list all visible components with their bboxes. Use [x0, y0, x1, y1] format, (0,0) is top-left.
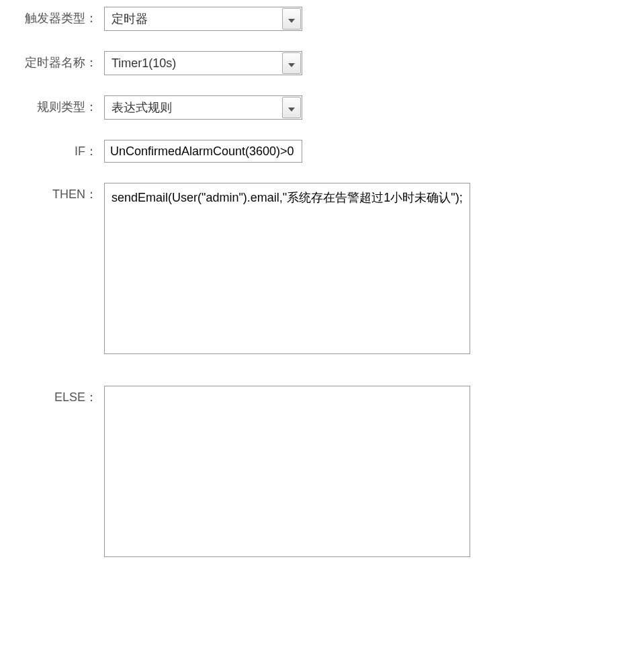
rule-type-row: 规则类型： 表达式规则 — [7, 95, 611, 120]
rule-type-select[interactable]: 表达式规则 — [104, 95, 302, 120]
then-row: THEN： sendEmail(User("admin").email,"系统存… — [7, 183, 611, 358]
then-label: THEN： — [7, 183, 104, 202]
timer-name-select[interactable]: Timer1(10s) — [104, 51, 302, 75]
timer-name-row: 定时器名称： Timer1(10s) — [7, 51, 611, 75]
trigger-type-value: 定时器 — [105, 7, 282, 30]
if-label: IF： — [7, 140, 104, 159]
else-textarea[interactable] — [104, 386, 470, 557]
rule-type-label: 规则类型： — [7, 95, 104, 115]
trigger-type-select[interactable]: 定时器 — [104, 7, 302, 31]
timer-name-dropdown-button[interactable] — [282, 52, 301, 74]
then-textarea[interactable]: sendEmail(User("admin").email,"系统存在告警超过1… — [104, 183, 470, 354]
timer-name-label: 定时器名称： — [7, 51, 104, 71]
trigger-type-label: 触发器类型： — [7, 7, 104, 26]
rule-type-dropdown-button[interactable] — [282, 97, 301, 118]
rule-type-value: 表达式规则 — [105, 96, 282, 119]
rule-form: 触发器类型： 定时器 定时器名称： Timer1(10s) — [7, 7, 611, 560]
if-row: IF： — [7, 140, 611, 163]
if-input[interactable] — [104, 140, 302, 163]
chevron-down-icon — [288, 12, 295, 26]
chevron-down-icon — [288, 101, 295, 115]
else-label: ELSE： — [7, 386, 104, 405]
trigger-type-row: 触发器类型： 定时器 — [7, 7, 611, 31]
else-row: ELSE： — [7, 386, 611, 560]
trigger-type-dropdown-button[interactable] — [282, 8, 301, 30]
chevron-down-icon — [288, 56, 295, 71]
timer-name-value: Timer1(10s) — [105, 52, 282, 75]
